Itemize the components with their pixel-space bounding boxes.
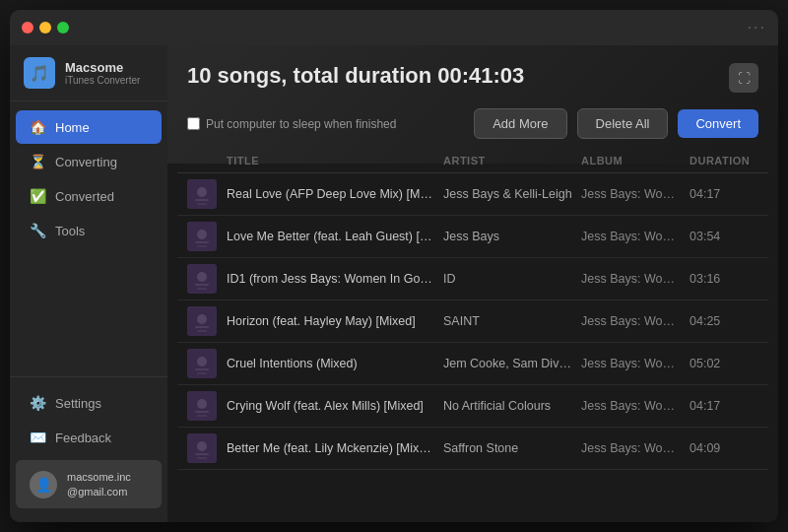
svg-point-21 bbox=[197, 399, 207, 409]
svg-point-17 bbox=[197, 357, 207, 366]
song-duration: 04:25 bbox=[690, 314, 758, 328]
svg-rect-15 bbox=[197, 330, 207, 332]
song-thumb bbox=[187, 179, 227, 209]
logo-text: Macsome iTunes Converter bbox=[65, 60, 140, 86]
panel-header: 10 songs, total duration 00:41:03 ⛶ bbox=[167, 45, 778, 102]
song-duration: 04:09 bbox=[690, 441, 758, 455]
delete-all-button[interactable]: Delete All bbox=[577, 108, 669, 139]
song-duration: 05:02 bbox=[690, 357, 758, 370]
song-title: Cruel Intentions (Mixed) bbox=[227, 357, 443, 370]
col-thumb bbox=[187, 155, 227, 166]
svg-rect-23 bbox=[197, 415, 207, 417]
song-artist: Saffron Stone bbox=[443, 441, 581, 455]
svg-rect-3 bbox=[197, 203, 207, 205]
song-thumb bbox=[187, 222, 227, 251]
convert-button[interactable]: Convert bbox=[678, 109, 758, 138]
song-title: Better Me (feat. Lily Mckenzie) [Mixed] bbox=[227, 441, 443, 455]
col-duration: DURATION bbox=[690, 155, 758, 166]
maximize-button[interactable] bbox=[57, 22, 69, 33]
sidebar-item-feedback[interactable]: ✉️ Feedback bbox=[16, 421, 162, 454]
converted-icon: ✅ bbox=[30, 188, 45, 204]
song-album: Jess Bays: Wom... bbox=[581, 399, 690, 413]
table-row[interactable]: Horizon (feat. Hayley May) [Mixed]SAINTJ… bbox=[177, 300, 768, 343]
col-artist: ARTIST bbox=[443, 155, 581, 166]
logo-icon: 🎵 bbox=[24, 57, 55, 89]
table-row[interactable]: Love Me Better (feat. Leah Guest) [Dub M… bbox=[177, 216, 768, 258]
svg-point-9 bbox=[197, 272, 207, 282]
app-logo: 🎵 Macsome iTunes Converter bbox=[10, 45, 167, 101]
sidebar-item-settings[interactable]: ⚙️ Settings bbox=[16, 386, 162, 420]
expand-button[interactable]: ⛶ bbox=[729, 63, 758, 93]
table-row[interactable]: Crying Wolf (feat. Alex Mills) [Mixed]No… bbox=[177, 385, 768, 428]
song-title: ID1 (from Jess Bays: Women In Good Co... bbox=[227, 272, 443, 286]
sidebar-bottom: ⚙️ Settings ✉️ Feedback 👤 macsome.inc @g… bbox=[10, 376, 167, 522]
song-thumb bbox=[187, 306, 227, 336]
svg-point-1 bbox=[197, 187, 207, 197]
feedback-icon: ✉️ bbox=[30, 430, 45, 445]
svg-rect-11 bbox=[197, 288, 207, 290]
table-row[interactable]: Better Me (feat. Lily Mckenzie) [Mixed]S… bbox=[177, 428, 768, 470]
panel-title: 10 songs, total duration 00:41:03 bbox=[187, 63, 524, 89]
sidebar-item-converted[interactable]: ✅ Converted bbox=[16, 179, 162, 213]
home-label: Home bbox=[55, 120, 90, 135]
song-album: Jess Bays: Wom... bbox=[581, 441, 690, 455]
song-duration: 03:54 bbox=[690, 230, 758, 243]
sleep-label: Put computer to sleep when finished bbox=[206, 117, 396, 131]
traffic-lights bbox=[22, 22, 69, 33]
song-artist: Jem Cooke, Sam Divine & Ha... bbox=[443, 357, 581, 370]
table-row[interactable]: ID1 (from Jess Bays: Women In Good Co...… bbox=[177, 258, 768, 300]
table-row[interactable]: Real Love (AFP Deep Love Mix) [Mixed]Jes… bbox=[177, 173, 768, 216]
song-duration: 03:16 bbox=[690, 272, 758, 286]
song-thumb bbox=[187, 391, 227, 421]
song-duration: 04:17 bbox=[690, 187, 758, 201]
converted-label: Converted bbox=[55, 189, 114, 204]
title-bar: ··· bbox=[10, 10, 778, 45]
feedback-label: Feedback bbox=[55, 431, 111, 445]
menu-ellipsis[interactable]: ··· bbox=[748, 19, 766, 36]
svg-rect-22 bbox=[195, 411, 209, 413]
table-body: Real Love (AFP Deep Love Mix) [Mixed]Jes… bbox=[177, 173, 768, 470]
app-subtitle: iTunes Converter bbox=[65, 75, 140, 86]
song-thumb bbox=[187, 433, 227, 463]
song-artist: Jess Bays bbox=[443, 230, 581, 243]
close-button[interactable] bbox=[22, 22, 33, 33]
song-duration: 04:17 bbox=[690, 399, 758, 413]
song-album: Jess Bays: Wom... bbox=[581, 230, 690, 243]
sidebar-item-home[interactable]: 🏠 Home bbox=[16, 110, 162, 144]
svg-rect-14 bbox=[195, 326, 209, 328]
song-album: Jess Bays: Wom... bbox=[581, 187, 690, 201]
song-title: Love Me Better (feat. Leah Guest) [Dub M… bbox=[227, 230, 443, 243]
svg-rect-10 bbox=[195, 284, 209, 286]
col-title: TITLE bbox=[227, 155, 443, 166]
table-header: TITLE ARTIST ALBUM DURATION bbox=[177, 149, 768, 173]
right-panel: 10 songs, total duration 00:41:03 ⛶ Put … bbox=[167, 45, 778, 522]
table-row[interactable]: Cruel Intentions (Mixed)Jem Cooke, Sam D… bbox=[177, 343, 768, 385]
home-icon: 🏠 bbox=[30, 119, 45, 135]
panel-controls: Put computer to sleep when finished Add … bbox=[167, 102, 778, 149]
tools-label: Tools bbox=[55, 224, 85, 238]
sleep-checkbox-wrap[interactable]: Put computer to sleep when finished bbox=[187, 117, 464, 131]
add-more-button[interactable]: Add More bbox=[474, 108, 566, 139]
song-table: TITLE ARTIST ALBUM DURATION Real Love (A… bbox=[167, 149, 778, 522]
sleep-checkbox[interactable] bbox=[187, 117, 200, 130]
svg-rect-7 bbox=[197, 245, 207, 247]
svg-rect-19 bbox=[197, 372, 207, 374]
app-window: ··· 🎵 Macsome iTunes Converter 🏠 Home ⏳ … bbox=[10, 10, 778, 522]
song-artist: SAINT bbox=[443, 314, 581, 328]
svg-rect-6 bbox=[195, 241, 209, 243]
song-artist: Jess Bays & Kelli-Leigh bbox=[443, 187, 581, 201]
sidebar-nav: 🏠 Home ⏳ Converting ✅ Converted 🔧 Tools bbox=[10, 101, 167, 376]
svg-point-25 bbox=[197, 441, 207, 451]
song-album: Jess Bays: Wom... bbox=[581, 272, 690, 286]
settings-icon: ⚙️ bbox=[30, 395, 45, 411]
minimize-button[interactable] bbox=[39, 22, 51, 33]
user-profile[interactable]: 👤 macsome.inc @gmail.com bbox=[16, 460, 162, 508]
sidebar-item-tools[interactable]: 🔧 Tools bbox=[16, 214, 162, 247]
main-content: 🎵 Macsome iTunes Converter 🏠 Home ⏳ Conv… bbox=[10, 45, 778, 522]
song-album: Jess Bays: Wom... bbox=[581, 357, 690, 370]
svg-rect-27 bbox=[197, 457, 207, 459]
sidebar-item-converting[interactable]: ⏳ Converting bbox=[16, 145, 162, 178]
svg-rect-18 bbox=[195, 368, 209, 370]
col-album: ALBUM bbox=[581, 155, 690, 166]
svg-point-5 bbox=[197, 230, 207, 239]
